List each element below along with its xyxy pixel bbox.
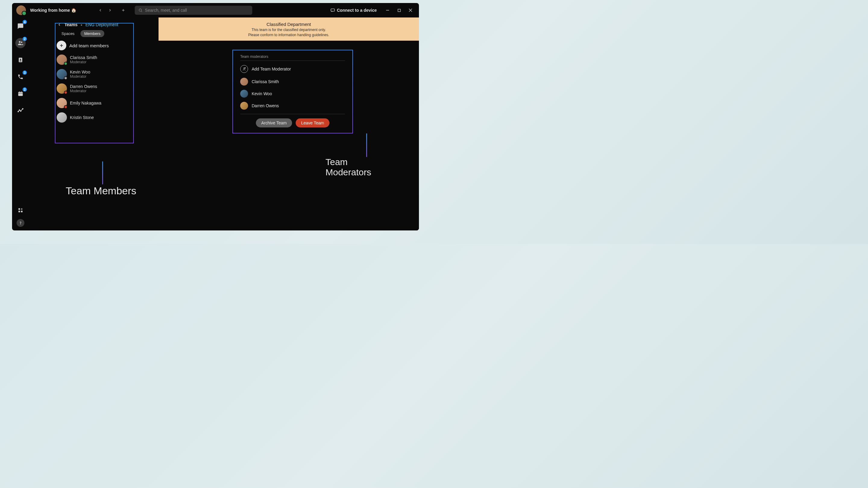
member-name: Emily Nakagawa [70, 101, 101, 105]
svg-point-2 [139, 9, 141, 11]
svg-point-19 [19, 110, 20, 110]
highlight-moderators: Team moderators Add Team Moderator Clari… [232, 50, 353, 133]
panel-tabs: Spaces Members [58, 30, 143, 37]
svg-rect-14 [19, 92, 23, 96]
connect-device-button[interactable]: Connect to a device [330, 8, 377, 13]
calendar-badge: 2 [23, 87, 27, 92]
maximize-button[interactable] [396, 8, 402, 12]
side-panel: Teams ● ENG Deployment Spaces Members + … [29, 18, 147, 230]
member-name: Darren Owens [70, 84, 97, 89]
status-indicator [64, 105, 67, 109]
svg-rect-24 [21, 211, 23, 213]
banner-title: Classified Department [164, 22, 413, 27]
moderator-item[interactable]: Darren Owens [240, 102, 345, 110]
rail-contacts[interactable] [16, 55, 26, 65]
tab-spaces[interactable]: Spaces [58, 30, 78, 37]
svg-rect-23 [19, 211, 20, 213]
plus-icon: + [57, 41, 66, 50]
member-avatar [57, 112, 67, 123]
status-indicator [64, 76, 67, 80]
callout-moderators-label: Team Moderators [326, 157, 371, 177]
member-role: Moderator [70, 60, 97, 64]
search-icon [138, 8, 143, 12]
self-avatar[interactable] [16, 5, 26, 15]
member-role: Moderator [70, 74, 90, 78]
nav-back-button[interactable] [97, 7, 104, 14]
svg-point-28 [244, 68, 245, 69]
add-team-members-button[interactable]: + Add team members [57, 41, 143, 50]
teams-badge: 2 [23, 37, 27, 41]
add-person-icon [240, 65, 248, 73]
member-avatar [57, 55, 67, 65]
cast-icon [330, 8, 335, 13]
rail-calls[interactable]: 3 [16, 72, 26, 82]
apps-icon [18, 207, 23, 213]
member-avatar [57, 84, 67, 94]
tab-members[interactable]: Members [81, 30, 104, 37]
moderators-card: Team moderators Add Team Moderator Clari… [232, 50, 353, 133]
calendar-icon [18, 91, 24, 97]
activity-icon [18, 107, 24, 113]
nav-rail: 4 2 3 2 [12, 18, 29, 230]
leave-team-button[interactable]: Leave Team [296, 119, 330, 127]
breadcrumb-separator: ● [81, 23, 82, 27]
chat-badge: 4 [23, 20, 27, 24]
add-button[interactable] [120, 7, 127, 14]
add-moderator-button[interactable]: Add Team Moderator [240, 65, 345, 73]
rail-calendar[interactable]: 2 [16, 89, 26, 99]
main-area: Classified Department This team is for t… [158, 18, 419, 230]
breadcrumb-back-button[interactable] [57, 23, 61, 27]
moderator-name: Kevin Woo [252, 91, 272, 96]
rail-chat[interactable]: 4 [16, 21, 26, 31]
divider [240, 114, 345, 114]
rail-activity[interactable] [16, 105, 26, 116]
member-role: Moderator [70, 89, 97, 93]
moderator-name: Clarissa Smith [252, 79, 279, 84]
archive-team-button[interactable]: Archive Team [256, 119, 292, 127]
breadcrumb-current[interactable]: ENG Deployment [85, 22, 118, 27]
banner-line2: Please conform to information handling g… [164, 33, 413, 38]
svg-point-11 [21, 41, 22, 43]
member-name: Kevin Woo [70, 70, 90, 74]
app-body: 4 2 3 2 [12, 18, 419, 230]
nav-forward-button[interactable] [106, 7, 114, 14]
member-avatar [57, 98, 67, 108]
contacts-icon [18, 57, 24, 63]
member-item[interactable]: Clarissa SmithModerator [57, 55, 143, 65]
member-name: Kristin Stone [70, 115, 94, 120]
member-name: Clarissa Smith [70, 55, 97, 60]
svg-point-13 [20, 59, 21, 60]
moderator-actions: Archive Team Leave Team [240, 119, 345, 127]
add-members-label: Add team members [69, 43, 109, 48]
rail-teams[interactable]: 2 [16, 38, 26, 48]
member-item[interactable]: Emily Nakagawa [57, 98, 143, 108]
chat-icon [17, 23, 24, 30]
member-item[interactable]: Darren OwensModerator [57, 84, 143, 94]
svg-rect-7 [398, 9, 400, 11]
moderator-item[interactable]: Kevin Woo [240, 90, 345, 98]
svg-rect-22 [19, 208, 20, 210]
classification-banner: Classified Department This team is for t… [158, 18, 419, 41]
search-input[interactable]: Search, meet, and call [135, 6, 252, 15]
callout-members-label: Team Members [66, 185, 136, 197]
presence-status[interactable]: Working from home 🏠 [30, 8, 76, 13]
window-controls [384, 8, 413, 12]
rail-help[interactable] [17, 219, 24, 227]
add-moderator-label: Add Team Moderator [252, 67, 291, 71]
breadcrumb-root[interactable]: Teams [64, 22, 78, 27]
calls-badge: 3 [23, 70, 27, 75]
moderator-name: Darren Owens [252, 103, 279, 108]
close-button[interactable] [407, 8, 413, 12]
callout-line [102, 161, 103, 184]
help-icon [19, 221, 23, 225]
rail-apps[interactable] [17, 207, 24, 214]
minimize-button[interactable] [384, 8, 391, 12]
moderator-avatar [240, 78, 248, 86]
member-item[interactable]: Kevin WooModerator [57, 69, 143, 79]
callout-line [366, 133, 367, 157]
svg-point-5 [332, 11, 332, 11]
member-item[interactable]: Kristin Stone [57, 112, 143, 123]
phone-icon [18, 74, 24, 80]
status-indicator [64, 91, 67, 94]
moderator-item[interactable]: Clarissa Smith [240, 78, 345, 86]
